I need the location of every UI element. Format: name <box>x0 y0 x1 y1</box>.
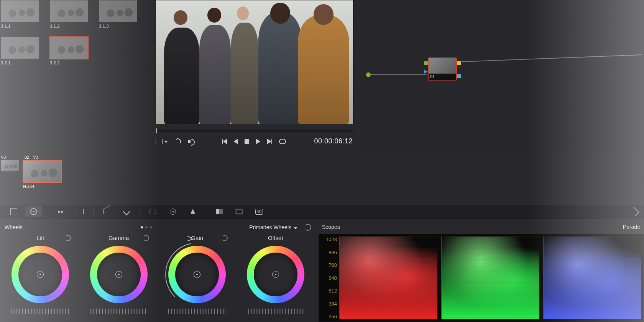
clip-number: 02 <box>23 155 31 159</box>
palette-sizing-button[interactable] <box>5 206 22 217</box>
media-clip[interactable]: 3.1.2 <box>50 0 88 28</box>
scope-y-axis: 1023896768640512384256 <box>320 234 337 322</box>
lift-master-jog[interactable] <box>12 309 69 314</box>
wheel-indicator[interactable] <box>37 271 44 278</box>
codec-label: H.264 <box>23 184 61 189</box>
palette-curves-button[interactable] <box>98 206 115 217</box>
media-clip[interactable]: 3.1.1 <box>1 0 39 28</box>
track-label: V3 <box>1 155 21 159</box>
wheel-indicator[interactable] <box>272 271 279 278</box>
reset-button[interactable] <box>65 235 71 241</box>
stop-button[interactable] <box>245 139 249 144</box>
timeline-clip-selected[interactable]: 02 V3 H.264 <box>23 155 61 189</box>
gain-master-jog[interactable] <box>168 309 226 314</box>
parade-blue <box>543 237 641 319</box>
node-label: 01 <box>429 74 456 80</box>
media-clip[interactable]: 3.2.1 <box>1 37 39 65</box>
panel-title: Wheels <box>5 224 23 230</box>
gamma-control: Gamma <box>81 235 157 314</box>
palette-rgb-mixer-button[interactable] <box>72 206 89 217</box>
palette-toolbar: 3D <box>0 205 644 219</box>
play-reverse-button[interactable] <box>234 139 238 144</box>
chevron-down-icon <box>294 227 297 229</box>
timeline-clip[interactable]: V3 <box>1 155 21 171</box>
node-source[interactable] <box>366 72 371 77</box>
wheel-label: Lift <box>36 235 44 241</box>
gain-wheel[interactable] <box>168 246 226 303</box>
node-wire <box>462 54 642 62</box>
scopes-panel: Scopes Parade 1023896768640512384256 <box>316 221 644 322</box>
node-graph[interactable]: 01 <box>360 0 644 153</box>
eyedropper-icon <box>123 208 130 215</box>
gamma-master-jog[interactable] <box>90 309 148 314</box>
media-clip[interactable]: 3.1.3 <box>99 0 137 28</box>
wheel-label: Gain <box>191 235 203 241</box>
offset-wheel[interactable] <box>247 246 304 303</box>
page-indicator[interactable] <box>141 226 152 228</box>
image-wipe-button[interactable] <box>156 139 168 144</box>
reset-button[interactable] <box>143 235 149 241</box>
wheel-indicator[interactable] <box>115 271 122 278</box>
chevron-down-icon <box>164 141 168 143</box>
scope-mode-dropdown[interactable]: Parade <box>623 224 640 230</box>
node-output-rgb[interactable] <box>457 61 461 65</box>
color-wheels-panel: Wheels Primaries Wheels Lift Gamma Gain … <box>0 221 314 314</box>
last-frame-button[interactable] <box>267 139 272 144</box>
transport-bar: 00:00:06:12 <box>156 137 353 145</box>
parade-scope[interactable]: 1023896768640512384256 <box>318 234 644 322</box>
wheel-indicator[interactable] <box>194 271 200 278</box>
lift-control: Lift <box>2 235 79 314</box>
palette-motion-effects-button[interactable] <box>231 206 248 217</box>
palette-key-button[interactable] <box>211 206 228 217</box>
timecode-display[interactable]: 00:00:06:12 <box>314 137 353 145</box>
wheel-label: Offset <box>268 235 283 241</box>
viewer-image[interactable] <box>156 0 353 124</box>
bypass-grades-button[interactable] <box>175 138 181 145</box>
panel-title: Scopes <box>322 224 340 230</box>
offset-master-jog[interactable] <box>247 309 304 314</box>
loop-button[interactable] <box>279 139 286 144</box>
viewer: 00:00:06:12 <box>153 0 356 145</box>
mute-button[interactable] <box>188 139 194 144</box>
media-clip-selected[interactable]: 3.2.2 <box>50 37 88 65</box>
gamma-wheel[interactable] <box>90 246 148 303</box>
offset-control: Offset <box>238 235 314 314</box>
reset-all-button[interactable] <box>304 224 311 231</box>
play-button[interactable] <box>256 139 260 144</box>
node-input-rgb[interactable] <box>424 61 428 65</box>
palette-hdr-button[interactable] <box>52 206 69 217</box>
wheel-label: Gamma <box>108 235 129 241</box>
node-input-key[interactable] <box>424 70 428 74</box>
wheels-mode-dropdown[interactable]: Primaries Wheels <box>249 224 297 230</box>
palette-window-button[interactable] <box>145 206 161 217</box>
expand-palette-button[interactable] <box>630 207 639 216</box>
node-wire <box>371 74 427 75</box>
palette-qualifier-button[interactable] <box>118 206 135 217</box>
gain-control: Gain <box>159 235 235 314</box>
lift-wheel[interactable] <box>12 246 69 303</box>
reset-button[interactable] <box>222 235 228 241</box>
node-output-key[interactable] <box>457 74 461 78</box>
parade-red <box>339 237 437 319</box>
palette-blur-button[interactable] <box>184 206 201 217</box>
media-pool: 3.1.1 3.1.2 3.1.3 3.2.1 3.2.2 <box>0 0 146 65</box>
color-node[interactable]: 01 <box>428 58 457 80</box>
playhead-icon[interactable] <box>156 128 157 133</box>
parade-green <box>441 237 539 319</box>
timeline-thumbnails: V3 02 V3 H.264 <box>0 155 61 189</box>
first-frame-button[interactable] <box>222 139 227 144</box>
track-label: V3 <box>33 155 38 159</box>
palette-tracker-button[interactable] <box>164 206 181 217</box>
viewer-scrubber[interactable] <box>156 130 353 132</box>
palette-stereo-3d-button[interactable]: 3D <box>251 206 268 217</box>
palette-primaries-button[interactable] <box>25 206 42 217</box>
